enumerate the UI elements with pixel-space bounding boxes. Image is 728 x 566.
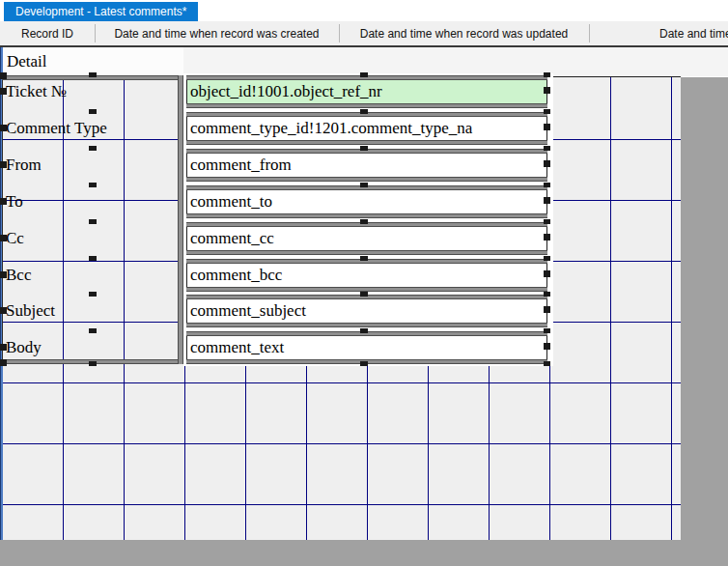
handle-field-mid[interactable] <box>360 361 368 366</box>
detail-label-8[interactable]: Body <box>2 331 182 364</box>
handle-right-edge[interactable] <box>544 292 550 297</box>
handle-right-mid[interactable] <box>544 270 550 277</box>
handle-label-mid[interactable] <box>89 72 97 77</box>
dataset-field-header-row: Record IDDate and time when record was c… <box>0 21 728 45</box>
detail-field-6[interactable]: comment_bcc <box>186 259 547 292</box>
handle-right-edge[interactable] <box>544 146 550 151</box>
handle-right-mid[interactable] <box>544 306 550 313</box>
field-expression-text[interactable]: comment_cc <box>186 227 547 250</box>
handle-right-mid[interactable] <box>544 87 550 94</box>
grid-line-vertical <box>671 77 672 540</box>
detail-band-label: Detail <box>7 47 47 76</box>
handle-right-mid[interactable] <box>544 160 550 167</box>
handle-field-mid[interactable] <box>360 328 368 333</box>
handle-right-mid[interactable] <box>544 343 550 350</box>
field-expression-text[interactable]: comment_bcc <box>186 264 547 287</box>
handle-left-mid[interactable] <box>0 307 7 314</box>
handle-left-mid[interactable] <box>0 198 7 205</box>
field-expression-text[interactable]: comment_subject <box>186 299 547 323</box>
handle-field-mid[interactable] <box>360 183 368 187</box>
detail-field-7[interactable]: comment_subject <box>186 295 547 327</box>
detail-label-5[interactable]: Cc <box>2 222 182 255</box>
field-header-2[interactable]: Date and time when record was created <box>95 21 339 45</box>
handle-left-mid[interactable] <box>0 161 7 168</box>
handle-field-mid[interactable] <box>360 146 368 151</box>
handle-label-mid[interactable] <box>89 256 97 261</box>
selection-border-bottom[interactable] <box>186 213 547 218</box>
handle-left-mid[interactable] <box>0 271 7 278</box>
field-header-divider <box>589 24 590 42</box>
handle-left-mid[interactable] <box>0 88 7 95</box>
handle-field-mid[interactable] <box>360 292 368 297</box>
handle-label-mid[interactable] <box>89 328 97 333</box>
report-designer-window: Development - Latest comments* Record ID… <box>0 0 728 566</box>
handle-right-mid[interactable] <box>544 197 550 204</box>
field-header-divider <box>339 24 340 42</box>
selection-border-bottom[interactable] <box>186 140 547 145</box>
outside-page-area-right <box>681 77 728 566</box>
handle-right-edge[interactable] <box>544 256 550 261</box>
detail-field-4[interactable]: comment_to <box>186 185 547 218</box>
handle-label-mid[interactable] <box>89 183 97 187</box>
selection-border-bottom[interactable] <box>186 323 547 327</box>
field-expression-text[interactable]: object_id!1001.object_ref_nr <box>186 80 547 103</box>
handle-corner-bottom-left[interactable] <box>0 359 7 366</box>
grid-line-horizontal <box>0 504 681 505</box>
detail-label-3[interactable]: From <box>2 149 182 182</box>
handle-right-edge[interactable] <box>544 183 550 187</box>
field-header-4[interactable]: Date and time when r <box>589 21 728 45</box>
handle-field-mid[interactable] <box>360 219 368 224</box>
handle-field-mid[interactable] <box>360 72 368 77</box>
field-expression-text[interactable]: comment_from <box>186 154 547 177</box>
handle-corner-top-left[interactable] <box>0 72 7 79</box>
selection-border-bottom[interactable] <box>186 103 547 108</box>
handle-right-edge[interactable] <box>544 328 550 333</box>
handle-left-mid[interactable] <box>0 235 7 241</box>
detail-field-5[interactable]: comment_cc <box>186 222 547 255</box>
grid-line-horizontal <box>0 382 681 383</box>
grid-line-vertical <box>610 77 611 540</box>
handle-right-edge[interactable] <box>544 109 550 114</box>
handle-left-mid[interactable] <box>0 344 7 351</box>
document-tab[interactable]: Development - Latest comments* <box>4 2 198 21</box>
detail-label-7[interactable]: Subject <box>2 295 182 327</box>
detail-field-1[interactable]: object_id!1001.object_ref_nr <box>186 75 547 108</box>
handle-right-edge[interactable] <box>544 219 550 224</box>
handle-right-edge[interactable] <box>544 361 550 366</box>
document-tab-bar: Development - Latest comments* <box>0 0 728 21</box>
detail-field-2[interactable]: comment_type_id!1201.comment_type_na <box>186 112 547 145</box>
detail-label-4[interactable]: To <box>2 185 182 218</box>
handle-label-mid[interactable] <box>89 292 97 297</box>
selection-border-bottom[interactable] <box>186 177 547 182</box>
handle-label-mid[interactable] <box>89 361 97 366</box>
selection-border-bottom[interactable] <box>186 250 547 255</box>
handle-label-mid[interactable] <box>89 109 97 114</box>
detail-label-6[interactable]: Bcc <box>2 259 182 292</box>
handle-field-mid[interactable] <box>360 256 368 261</box>
handle-label-mid[interactable] <box>89 219 97 224</box>
field-header-3[interactable]: Date and time when record was updated <box>339 21 589 45</box>
detail-field-3[interactable]: comment_from <box>186 149 547 182</box>
detail-field-8[interactable]: comment_text <box>186 331 547 364</box>
selection-border-bottom[interactable] <box>186 287 547 292</box>
handle-label-mid[interactable] <box>89 146 97 151</box>
handle-right-mid[interactable] <box>544 124 550 130</box>
field-expression-text[interactable]: comment_to <box>186 190 547 213</box>
field-expression-text[interactable]: comment_type_id!1201.comment_type_na <box>186 117 547 140</box>
outside-page-area-bottom <box>0 540 728 566</box>
detail-label-2[interactable]: Comment Type <box>2 112 182 145</box>
handle-right-mid[interactable] <box>544 234 550 241</box>
handle-left-mid[interactable] <box>0 125 7 131</box>
handle-right-edge[interactable] <box>544 72 550 77</box>
grid-line-horizontal <box>0 443 681 444</box>
field-expression-text[interactable]: comment_text <box>186 336 547 359</box>
handle-field-mid[interactable] <box>360 109 368 114</box>
field-header-divider <box>95 24 96 42</box>
detail-label-1[interactable]: Ticket № <box>2 75 182 108</box>
field-header-1[interactable]: Record ID <box>0 21 95 45</box>
